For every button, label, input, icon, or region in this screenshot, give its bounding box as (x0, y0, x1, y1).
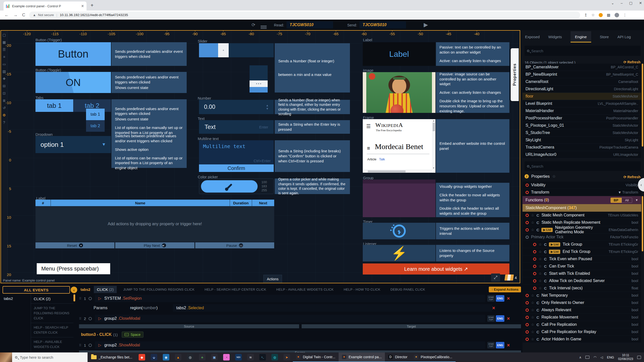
multiline-text-widget[interactable]: Multiline text Ctrl+Enter (199, 140, 274, 164)
slider-widget[interactable] (199, 43, 274, 57)
image-widget[interactable] (363, 72, 435, 113)
action-row[interactable]: ⠿ 1 ▷ group2.ShowModal STARTUP ENG × (79, 341, 510, 349)
info-icon[interactable]: i (525, 174, 529, 178)
fullscreen-icon[interactable]: ⤢ (491, 274, 500, 282)
scrollbar-thumb[interactable] (642, 64, 643, 147)
taskbar-app-button[interactable]: ✦PixotopeCalibratio... (411, 352, 455, 362)
slider-handle[interactable] (218, 43, 229, 57)
wiki-article-link[interactable]: Article (367, 157, 376, 161)
vlc-icon[interactable]: ▲ (175, 354, 181, 360)
bp-filter-button[interactable]: BP (611, 198, 622, 203)
notification-center-icon[interactable] (637, 356, 641, 359)
play-action-icon[interactable]: ▷ (98, 296, 101, 301)
red-app-icon[interactable]: ◆ (139, 354, 145, 360)
vertical-tab-2[interactable]: tab 2 (86, 120, 105, 132)
event-tab[interactable]: DEBUG PANEL CLICK (390, 288, 425, 291)
all-filter-button[interactable]: All (622, 198, 632, 203)
object-row[interactable]: floorStaticMeshActor (522, 93, 641, 100)
object-row[interactable]: URLImageActor0URLImageActor (522, 151, 641, 158)
read-machine-field[interactable]: TJCGWS010 (287, 21, 333, 28)
component-header-row[interactable]: StaticMeshComponent (347) (522, 204, 641, 212)
record-circle-icon[interactable] (526, 308, 529, 312)
window-close-button[interactable]: ✕ (639, 1, 642, 5)
action-table-empty[interactable]: Add actions by dropping any property or … (35, 206, 274, 242)
action-row[interactable]: ⠿ 2 ▷ group2.CloseModal STARTUP ENG × (79, 315, 510, 322)
record-circle-icon[interactable] (526, 338, 529, 341)
favorite-star-icon[interactable]: ☆ (539, 264, 542, 268)
property-row[interactable]: Primary Actor TickFActorTickFunctio (522, 234, 641, 241)
vertical-scrollbar[interactable]: ▲▼ (432, 119, 435, 170)
ndi-icon[interactable]: NDI (235, 354, 242, 360)
list-badge[interactable]: ▶List (549, 250, 560, 254)
record-circle-icon[interactable] (533, 257, 536, 261)
object-row[interactable]: SkyLightSkyLight (522, 137, 641, 144)
event-list-item[interactable]: JUMP TO THE FOLLOWING REGIONS CLICK (31, 304, 73, 323)
hotkey-chip[interactable]: Space (122, 332, 143, 338)
favorite-star-icon[interactable]: ☆ (539, 242, 542, 246)
pages-map-button[interactable] (503, 273, 516, 283)
drag-handle-icon[interactable]: ⠿ (79, 297, 81, 300)
record-circle-icon[interactable] (533, 250, 536, 253)
list-badge[interactable]: ▶List (541, 228, 553, 232)
text-input-widget[interactable]: Text Enter (199, 120, 274, 134)
cube-app-icon[interactable]: ⬙ (151, 354, 157, 360)
event-list-item[interactable]: CLICK (2) (31, 294, 73, 304)
taskbar-app-button[interactable]: ✦Example control pa... (339, 352, 385, 362)
tab-1[interactable]: tab 1 (35, 99, 73, 112)
display-icon[interactable] (585, 356, 589, 359)
event-group-name[interactable]: tabs2 (4, 296, 13, 301)
extension-icon[interactable] (599, 13, 603, 17)
menu-kebab-icon[interactable]: ⋮ (623, 13, 627, 17)
button-toggle-widget[interactable]: ON (35, 72, 111, 93)
frame-widget[interactable]: ☰ WikipediA The Free Encyclopedia ≣ Mord… (363, 119, 435, 173)
property-row[interactable]: ☆C▶ListEnd Tick GroupTEnum ETickingGr (522, 248, 641, 255)
record-circle-icon[interactable] (526, 316, 529, 319)
group-widget[interactable] (363, 179, 435, 217)
object-row[interactable]: S_StudioTreeStaticMeshActor (522, 129, 641, 137)
contents-list-icon[interactable]: ≣ (367, 146, 370, 151)
property-row[interactable]: ☆CStatic Mesh ComponentTEnum UStaticMes (522, 212, 641, 219)
explorer-window-button[interactable]: _Exchange files bet... (88, 352, 136, 362)
favorite-star-icon[interactable]: ☆ (531, 323, 534, 327)
favorite-star-icon[interactable]: ☆ (531, 337, 534, 341)
slider-handle[interactable] (250, 80, 268, 87)
properties-side-tab[interactable]: Properties (511, 48, 519, 101)
expand-actions-button[interactable]: ↑ Expand Actions (489, 287, 521, 292)
tab-api-log[interactable]: API Log (617, 35, 631, 39)
scrollbar-thumb[interactable] (73, 294, 75, 301)
all-events-button[interactable]: ALL EVENTS (3, 286, 70, 294)
play-action-icon[interactable]: ▷ (98, 343, 101, 347)
favorite-star-icon[interactable]: ☆ (531, 213, 534, 217)
property-row[interactable]: ☆CTick Even when Pausedbool (522, 255, 641, 263)
forward-icon[interactable]: → (13, 13, 18, 18)
confirm-button[interactable]: Confirm (199, 164, 274, 172)
param-value-chip[interactable]: tabs2.Selected (173, 304, 492, 312)
obs-icon[interactable]: ◎ (187, 354, 193, 360)
database-icon[interactable]: ≋ (247, 354, 254, 360)
property-row[interactable]: ☆C▶ListTick GroupTEnum ETickingGr (522, 241, 641, 248)
record-circle-icon[interactable] (526, 301, 529, 304)
learn-more-button[interactable]: Learn more about widgets ↗ (363, 263, 509, 275)
object-search-input[interactable]: Search (525, 46, 641, 56)
tab-exposed[interactable]: Exposed (525, 35, 540, 39)
record-circle-icon[interactable] (526, 214, 529, 217)
back-icon[interactable]: ← (5, 13, 9, 18)
event-tab[interactable]: JUMP TO THE FOLLOWING REGIONS CLICK (123, 288, 194, 291)
record-circle-icon[interactable] (533, 272, 536, 275)
start-thumbnail[interactable] (0, 352, 12, 362)
functions-header-row[interactable]: Functions (0) BP All ▼ (522, 196, 641, 204)
launcher-arrow-icon[interactable]: ➤ (284, 354, 290, 360)
favorite-star-icon[interactable]: ☆ (531, 293, 534, 297)
property-row[interactable]: ☆CAlways Relevantbool (522, 306, 641, 314)
favorite-star-icon[interactable]: ☆ (531, 220, 534, 224)
object-row[interactable]: BP_NewBlueprintBP_NewBlueprint_C (522, 71, 641, 78)
scrollbar-thumb[interactable] (642, 196, 643, 251)
pixotope-hub-icon[interactable]: ◍ (271, 354, 278, 360)
media-app-icon[interactable]: ◉ (163, 354, 169, 360)
button-trigger-widget[interactable]: Button (35, 42, 111, 66)
event-list-item[interactable]: HELP - AVAILABLE WIDGETS CLICK (31, 337, 73, 352)
taskbar-app-button[interactable]: ✦Digital Twin - Contr... (293, 352, 339, 362)
object-row[interactable]: PostProcessHandlerPostProcessHandler (522, 115, 641, 122)
event-list-item[interactable]: HELP - SEARCH HELP CENTER CLICK (31, 323, 73, 337)
pause-button[interactable]: Pause❙❙ (195, 242, 274, 248)
